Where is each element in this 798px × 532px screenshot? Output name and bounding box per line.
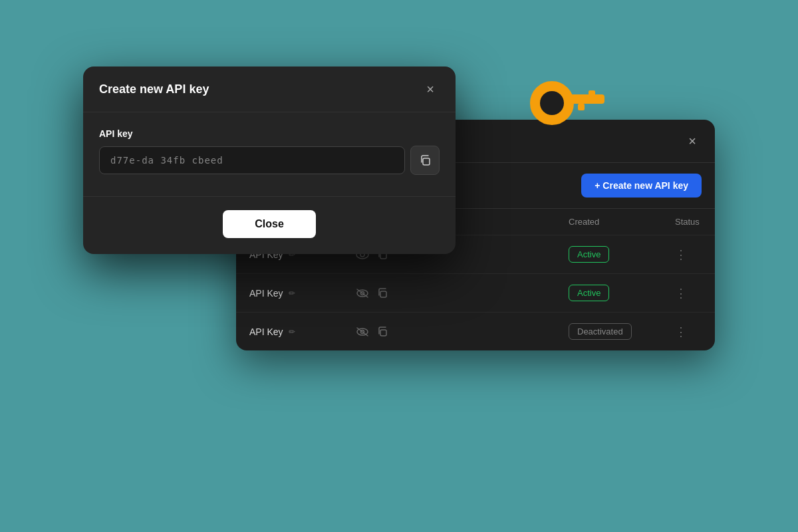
close-dialog-button[interactable]: Close xyxy=(223,210,316,238)
copy-api-key-button[interactable] xyxy=(410,146,440,175)
visibility-hidden-icon-2[interactable] xyxy=(356,288,369,299)
col-status: Status xyxy=(675,217,702,227)
api-key-input[interactable] xyxy=(99,146,405,174)
copy-icon-2[interactable] xyxy=(377,288,388,299)
create-api-key-dialog: Create new API key × API key Close xyxy=(83,66,456,254)
api-key-name-2: API Key xyxy=(249,288,283,299)
more-button-1[interactable]: ⋮ xyxy=(675,247,687,262)
dialog-footer: Close xyxy=(83,196,456,254)
status-badge-3: Deactivated xyxy=(569,323,632,340)
table-row: API Key ✏ xyxy=(236,274,715,313)
copy-icon-3[interactable] xyxy=(377,327,388,337)
edit-icon-3[interactable]: ✏ xyxy=(289,327,295,336)
dialog-title: Create new API key xyxy=(99,82,209,96)
svg-rect-15 xyxy=(578,104,585,110)
api-key-name-3: API Key xyxy=(249,327,283,337)
api-key-actions-2 xyxy=(356,288,462,299)
edit-icon-2[interactable]: ✏ xyxy=(289,289,295,298)
visibility-hidden-icon-3[interactable] xyxy=(356,327,369,337)
more-actions-3: ⋮ xyxy=(675,325,702,339)
more-actions-2: ⋮ xyxy=(675,286,702,301)
api-key-field-label: API key xyxy=(99,128,440,139)
more-button-3[interactable]: ⋮ xyxy=(675,325,687,339)
api-key-actions-3 xyxy=(356,327,462,337)
status-cell-2: Active xyxy=(569,285,675,301)
panel-close-button[interactable]: × xyxy=(683,132,702,150)
svg-rect-13 xyxy=(570,94,604,104)
col-empty xyxy=(462,217,569,227)
more-button-2[interactable]: ⋮ xyxy=(675,286,687,301)
row-name-2: API Key ✏ xyxy=(249,288,356,299)
svg-rect-16 xyxy=(423,158,430,165)
create-api-key-button[interactable]: + Create new API key xyxy=(581,174,702,198)
table-row: API Key ✏ xyxy=(236,313,715,350)
row-name-3: API Key ✏ xyxy=(249,327,356,337)
svg-rect-14 xyxy=(589,90,595,97)
status-badge-1: Active xyxy=(569,246,609,263)
dialog-header: Create new API key × xyxy=(83,66,456,112)
more-actions-1: ⋮ xyxy=(675,247,702,262)
status-badge-2: Active xyxy=(569,285,609,301)
dialog-close-button[interactable]: × xyxy=(421,80,440,98)
dialog-body: API key xyxy=(83,112,456,191)
key-icon-decoration xyxy=(522,53,608,140)
svg-rect-10 xyxy=(380,330,386,336)
col-created: Created xyxy=(569,217,675,227)
status-cell-3: Deactivated xyxy=(569,323,675,340)
svg-rect-6 xyxy=(380,291,386,297)
svg-point-12 xyxy=(540,91,564,115)
api-key-input-row xyxy=(99,146,440,175)
status-cell-1: Active xyxy=(569,246,675,263)
